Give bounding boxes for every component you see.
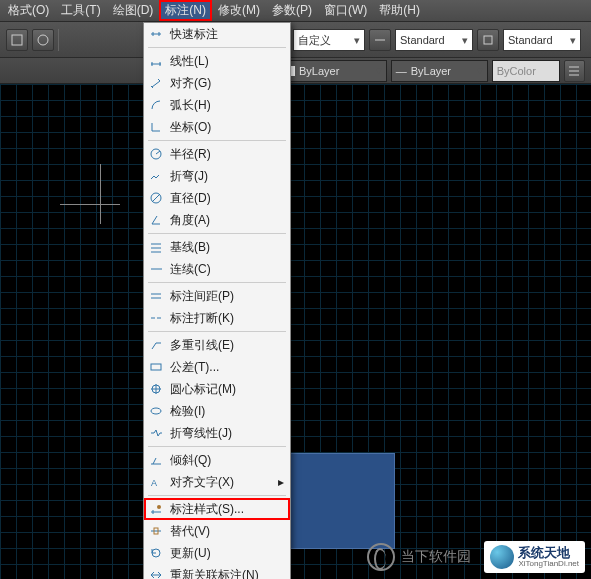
dimspace-icon — [148, 288, 164, 304]
menu-item-label: 弧长(H) — [170, 97, 211, 114]
textalign-icon: A — [148, 474, 164, 490]
color-combo[interactable]: ByLayer▾ — [280, 60, 387, 82]
menu-separator — [148, 233, 286, 234]
menu-separator — [148, 331, 286, 332]
dimension-dropdown: 快速标注线性(L)对齐(G)弧长(H)坐标(O)半径(R)折弯(J)直径(D)角… — [143, 22, 291, 579]
jogged-icon — [148, 168, 164, 184]
svg-rect-0 — [12, 35, 22, 45]
menu-separator — [148, 47, 286, 48]
menu-item-angular[interactable]: 角度(A) — [144, 209, 290, 231]
crosshair-cursor — [80, 184, 120, 224]
menu-separator — [148, 446, 286, 447]
menu-item-label: 公差(T)... — [170, 359, 219, 376]
logo-icon — [367, 543, 395, 571]
menu-format[interactable]: 格式(O) — [2, 0, 55, 21]
menu-item-jogged[interactable]: 折弯(J) — [144, 165, 290, 187]
watermark-2: 系统天地 XiTongTianDi.net — [484, 541, 585, 573]
chevron-down-icon: ▾ — [354, 34, 360, 47]
generic-icon — [36, 33, 50, 47]
combo-label: ByLayer — [299, 65, 339, 77]
menu-item-textalign[interactable]: A对齐文字(X)▸ — [144, 471, 290, 493]
watermark-text: 系统天地 — [518, 546, 579, 559]
update-icon — [148, 545, 164, 561]
list-icon — [567, 64, 581, 78]
menu-item-label: 标注间距(P) — [170, 288, 234, 305]
tool-button[interactable] — [369, 29, 391, 51]
menu-item-label: 快速标注 — [170, 26, 218, 43]
combo-label: Standard — [508, 34, 553, 46]
combo-label: ByColor — [497, 65, 536, 77]
menu-item-inspect[interactable]: 检验(I) — [144, 400, 290, 422]
tool-button[interactable] — [32, 29, 54, 51]
menu-item-continue[interactable]: 连续(C) — [144, 258, 290, 280]
tolerance-icon — [148, 359, 164, 375]
dimbreak-icon — [148, 310, 164, 326]
menu-item-label: 对齐(G) — [170, 75, 211, 92]
menu-item-dimbreak[interactable]: 标注打断(K) — [144, 307, 290, 329]
menu-item-label: 重新关联标注(N) — [170, 567, 259, 580]
menu-item-baseline[interactable]: 基线(B) — [144, 236, 290, 258]
combo-label: 自定义 — [298, 33, 331, 48]
svg-rect-3 — [484, 36, 492, 44]
menu-item-label: 基线(B) — [170, 239, 210, 256]
menu-item-aligned[interactable]: 对齐(G) — [144, 72, 290, 94]
menu-item-label: 连续(C) — [170, 261, 211, 278]
menu-modify[interactable]: 修改(M) — [212, 0, 266, 21]
submenu-arrow-icon: ▸ — [278, 475, 284, 489]
generic-icon — [481, 33, 495, 47]
mleader-icon — [148, 337, 164, 353]
menu-item-diameter[interactable]: 直径(D) — [144, 187, 290, 209]
tool-button[interactable] — [6, 29, 28, 51]
menu-item-arc[interactable]: 弧长(H) — [144, 94, 290, 116]
svg-point-1 — [38, 35, 48, 45]
menu-item-label: 标注打断(K) — [170, 310, 234, 327]
menu-item-label: 替代(V) — [170, 523, 210, 540]
menu-dimension[interactable]: 标注(N) — [159, 0, 212, 21]
menu-item-reassoc[interactable]: 重新关联标注(N) — [144, 564, 290, 579]
menu-item-center[interactable]: 圆心标记(M) — [144, 378, 290, 400]
svg-point-8 — [151, 408, 161, 414]
menu-item-linear[interactable]: 线性(L) — [144, 50, 290, 72]
menu-item-override[interactable]: 替代(V) — [144, 520, 290, 542]
menu-item-dimspace[interactable]: 标注间距(P) — [144, 285, 290, 307]
menu-help[interactable]: 帮助(H) — [373, 0, 426, 21]
standard-combo-2[interactable]: Standard▾ — [503, 29, 581, 51]
menu-item-label: 折弯(J) — [170, 168, 208, 185]
chevron-down-icon: ▾ — [376, 64, 382, 77]
menu-separator — [148, 140, 286, 141]
menu-item-mleader[interactable]: 多重引线(E) — [144, 334, 290, 356]
menu-item-label: 折弯线性(J) — [170, 425, 232, 442]
menu-item-label: 半径(R) — [170, 146, 211, 163]
chevron-down-icon: ▾ — [477, 64, 483, 77]
menu-item-label: 检验(I) — [170, 403, 205, 420]
standard-combo-1[interactable]: Standard▾ — [395, 29, 473, 51]
menu-item-quick-dim[interactable]: 快速标注 — [144, 23, 290, 45]
svg-point-10 — [157, 505, 161, 509]
menu-item-dimstyle[interactable]: 标注样式(S)... — [144, 498, 290, 520]
menu-item-update[interactable]: 更新(U) — [144, 542, 290, 564]
menu-item-radius[interactable]: 半径(R) — [144, 143, 290, 165]
menu-item-ordinate[interactable]: 坐标(O) — [144, 116, 290, 138]
tool-button[interactable] — [564, 60, 585, 82]
linear-icon — [148, 53, 164, 69]
chevron-down-icon: ▾ — [570, 34, 576, 47]
menu-tools[interactable]: 工具(T) — [55, 0, 106, 21]
menu-param[interactable]: 参数(P) — [266, 0, 318, 21]
menu-item-jogline[interactable]: 折弯线性(J) — [144, 422, 290, 444]
line-icon: — — [396, 65, 407, 77]
menu-window[interactable]: 窗口(W) — [318, 0, 373, 21]
arc-icon — [148, 97, 164, 113]
baseline-icon — [148, 239, 164, 255]
tool-button[interactable] — [477, 29, 499, 51]
custom-combo[interactable]: 自定义▾ — [293, 29, 365, 51]
bycolor-combo[interactable]: ByColor — [492, 60, 560, 82]
menu-draw[interactable]: 绘图(D) — [107, 0, 160, 21]
menubar: 格式(O) 工具(T) 绘图(D) 标注(N) 修改(M) 参数(P) 窗口(W… — [0, 0, 591, 22]
menu-item-oblique[interactable]: 倾斜(Q) — [144, 449, 290, 471]
separator — [58, 29, 59, 51]
menu-item-label: 对齐文字(X) — [170, 474, 234, 491]
radius-icon — [148, 146, 164, 162]
menu-item-tolerance[interactable]: 公差(T)... — [144, 356, 290, 378]
combo-label: ByLayer — [411, 65, 451, 77]
linetype-combo[interactable]: — ByLayer▾ — [391, 60, 488, 82]
